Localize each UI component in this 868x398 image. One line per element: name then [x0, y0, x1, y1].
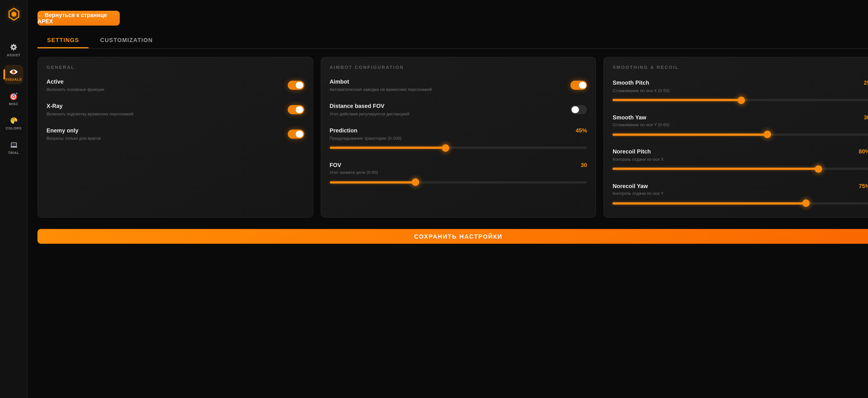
setting-row-aimbot: Aimbot Автоматическая наводка на вражеск…: [330, 78, 587, 92]
panel-smoothing-recoil: SMOOTHING & RECOIL Smooth Pitch 25 Сглаж…: [603, 57, 868, 218]
toggle-xray[interactable]: [288, 105, 304, 114]
main-content: ← Вернуться к странице APEX SETTINGS CUS…: [28, 0, 868, 398]
toggle-knob: [296, 106, 303, 113]
setting-row-enemy-only: Enemy only Визуалы только для врагов: [46, 127, 304, 141]
prediction-slider[interactable]: [330, 144, 587, 151]
setting-label: Smooth Yaw: [613, 113, 646, 121]
setting-description: Предугадывание траектории (0-100): [330, 136, 587, 141]
sidebar-item-label: VISUALS: [5, 78, 22, 81]
sidebar-item-trial[interactable]: TRIAL: [4, 138, 23, 157]
slider-value: 30: [581, 162, 587, 168]
setting-description: Угол захвата цели (0-90): [330, 170, 587, 176]
toggle-enemy-only[interactable]: [288, 130, 304, 139]
fov-slider[interactable]: [330, 178, 587, 186]
setting-description: Контроль отдачи по оси Y: [613, 191, 868, 197]
tab-settings[interactable]: SETTINGS: [37, 33, 89, 48]
slider-value: 30: [864, 114, 868, 120]
slider-thumb[interactable]: [764, 131, 771, 138]
setting-description: Сглаживание по оси Y (0-50): [613, 122, 868, 128]
slider-fill: [613, 168, 819, 170]
slider-fill: [613, 99, 741, 101]
slider-thumb[interactable]: [412, 178, 419, 186]
panel-title: SMOOTHING & RECOIL: [613, 65, 868, 70]
eye-icon: [9, 67, 18, 76]
setting-label: Active: [46, 78, 104, 85]
setting-label: X-Ray: [46, 103, 133, 110]
setting-row-distance-fov: Distance based FOV Угол действия регулир…: [330, 103, 587, 117]
panel-general: GENERAL Active Включить основные функции…: [37, 57, 313, 218]
slider-track: [613, 202, 868, 204]
toggle-knob: [296, 82, 303, 89]
slider-track: [330, 147, 587, 149]
smooth-yaw-slider[interactable]: [613, 131, 868, 138]
toggle-knob: [572, 106, 579, 113]
slider-thumb[interactable]: [738, 96, 745, 104]
slider-fill: [613, 202, 806, 204]
save-settings-button[interactable]: СОХРАНИТЬ НАСТРОЙКИ: [37, 229, 868, 244]
toggle-active[interactable]: [288, 81, 304, 89]
setting-label: Aimbot: [330, 78, 432, 85]
setting-description: Сглаживание по оси X (0-50): [613, 88, 868, 93]
norecoil-pitch-slider[interactable]: [613, 165, 868, 173]
slider-row-smooth-pitch: Smooth Pitch 25 Сглаживание по оси X (0-…: [613, 79, 868, 104]
setting-label: Prediction: [330, 127, 358, 134]
target-icon: [9, 91, 18, 101]
setting-label: Smooth Pitch: [613, 79, 649, 86]
setting-description: Контроль отдачи по оси X: [613, 157, 868, 162]
sidebar-item-label: TRIAL: [8, 151, 19, 154]
slider-fill: [330, 181, 415, 183]
panel-aimbot-configuration: AIMBOT CONFIGURATION Aimbot Автоматическ…: [320, 57, 596, 218]
sidebar-item-visuals[interactable]: VISUALS: [4, 65, 23, 84]
slider-value: 45%: [576, 127, 587, 134]
back-to-apex-button[interactable]: ← Вернуться к странице APEX: [37, 10, 120, 25]
slider-value: 25: [864, 80, 868, 86]
slider-track: [330, 181, 587, 183]
sidebar-item-misc[interactable]: MISC: [4, 89, 23, 108]
slider-row-norecoil-pitch: Norecoil Pitch 80% Контроль отдачи по ос…: [613, 148, 868, 172]
slider-row-smooth-yaw: Smooth Yaw 30 Сглаживание по оси Y (0-50…: [613, 113, 868, 138]
setting-description: Включить подсветку вражеских персонажей: [46, 111, 133, 117]
slider-row-prediction: Prediction 45% Предугадывание траектории…: [330, 127, 587, 151]
setting-description: Угол действия регулируется дистанцией: [330, 111, 409, 117]
setting-description: Визуалы только для врагов: [46, 136, 101, 141]
sidebar-item-label: ASSIST: [7, 53, 21, 57]
sidebar-item-assist[interactable]: ASSIST: [4, 40, 23, 59]
slider-row-fov: FOV 30 Угол захвата цели (0-90): [330, 161, 587, 186]
tab-customization[interactable]: CUSTOMIZATION: [90, 33, 162, 48]
sidebar-item-label: MISC: [9, 102, 18, 106]
setting-label: Norecoil Pitch: [613, 148, 651, 155]
setting-label: FOV: [330, 161, 341, 169]
toggle-distance-fov[interactable]: [570, 105, 587, 114]
toggle-knob: [579, 82, 586, 89]
setting-label: Norecoil Yaw: [613, 182, 648, 190]
sidebar-nav: ASSIST VISUALS: [4, 40, 23, 163]
sidebar-item-colors[interactable]: COLORS: [4, 114, 23, 133]
setting-description: Включить основные функции: [46, 87, 104, 92]
norecoil-yaw-slider[interactable]: [613, 200, 868, 207]
slider-value: 75%: [859, 183, 868, 189]
slider-track: [613, 133, 868, 136]
slider-thumb[interactable]: [815, 165, 823, 173]
slider-value: 80%: [859, 148, 868, 154]
settings-panels: GENERAL Active Включить основные функции…: [37, 57, 868, 218]
slider-row-norecoil-yaw: Norecoil Yaw 75% Контроль отдачи по оси …: [613, 182, 868, 207]
toggle-aimbot[interactable]: [570, 81, 587, 89]
smooth-pitch-slider[interactable]: [613, 96, 868, 104]
toggle-knob: [296, 130, 303, 138]
panel-title: GENERAL: [46, 65, 304, 70]
gear-icon: [9, 42, 18, 52]
setting-row-xray: X-Ray Включить подсветку вражеских персо…: [46, 103, 304, 117]
setting-row-active: Active Включить основные функции: [46, 78, 304, 92]
setting-label: Distance based FOV: [330, 103, 409, 110]
slider-track: [613, 168, 868, 170]
setting-description: Автоматическая наводка на вражеских перс…: [330, 87, 432, 92]
sidebar-item-label: COLORS: [6, 126, 22, 130]
setting-label: Enemy only: [46, 127, 101, 134]
tab-bar: SETTINGS CUSTOMIZATION: [37, 33, 868, 49]
palette-icon: [9, 116, 18, 125]
slider-thumb[interactable]: [802, 200, 809, 207]
app-window: ASSIST VISUALS: [0, 0, 868, 398]
slider-fill: [613, 133, 767, 136]
sidebar: ASSIST VISUALS: [0, 0, 28, 398]
slider-thumb[interactable]: [442, 144, 449, 151]
